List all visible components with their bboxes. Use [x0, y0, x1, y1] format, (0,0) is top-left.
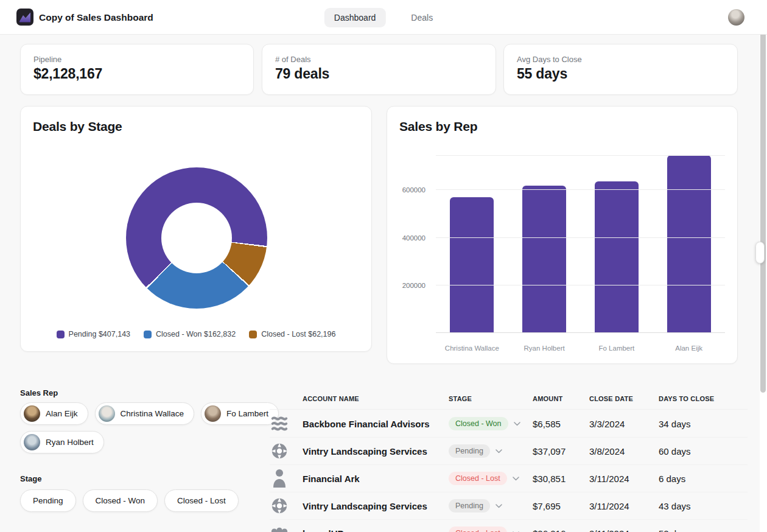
- legend-label: Closed - Won $162,832: [156, 330, 236, 338]
- bar-ryan-holbert[interactable]: [522, 186, 566, 332]
- x-tick-label: Fo Lambert: [581, 345, 653, 352]
- rep-chip-label: Fo Lambert: [226, 409, 268, 418]
- deal-amount: $7,695: [533, 501, 561, 511]
- legend-item: Pending $407,143: [57, 330, 130, 338]
- table-row[interactable]: Financial Ark Closed - Lost $30,851 3/11…: [270, 465, 748, 492]
- days-to-close: 34 days: [659, 419, 691, 429]
- stat-card-pipeline: Pipeline $2,128,167: [20, 44, 254, 95]
- account-name: berrydUP: [303, 528, 344, 532]
- legend-label: Pending $407,143: [69, 330, 130, 338]
- table-row[interactable]: Vintry Landscaping Services Pending $7,6…: [270, 492, 748, 520]
- stat-label: Pipeline: [33, 55, 253, 64]
- legend-swatch-icon: [249, 331, 257, 338]
- rep-chip-label: Christina Wallace: [121, 409, 184, 418]
- rep-chip-label: Alan Eijk: [46, 409, 78, 418]
- legend-label: Closed - Lost $62,196: [261, 330, 335, 338]
- sales-rep-filter-group: Alan EijkChristina WallaceFo LambertRyan…: [20, 402, 282, 453]
- scroll-resize-handle[interactable]: [755, 242, 765, 264]
- col-header-account-name: ACCOUNT NAME: [303, 395, 359, 402]
- chevron-down-icon: [513, 477, 519, 481]
- legend-item: Closed - Won $162,832: [144, 330, 236, 338]
- stage-badge: Closed - Lost: [449, 472, 507, 485]
- stage-select[interactable]: Pending: [449, 499, 502, 513]
- chart-title: Deals by Stage: [33, 119, 122, 134]
- bar-fo-lambert[interactable]: [595, 181, 639, 332]
- table-body: Backbone Financial Advisors Closed - Won…: [270, 410, 748, 532]
- stage-badge: Pending: [449, 499, 490, 513]
- sales-rep-chip-ryan[interactable]: Ryan Holbert: [20, 431, 104, 453]
- close-date: 3/11/2024: [589, 528, 629, 532]
- donut-chart[interactable]: [126, 167, 267, 309]
- emblem-logo: [270, 441, 289, 461]
- stage-badge: Pending: [449, 444, 490, 458]
- page-title: Copy of Sales Dashboard: [39, 0, 153, 35]
- stage-select[interactable]: Pending: [449, 444, 502, 458]
- deal-amount: $30,851: [533, 474, 566, 484]
- y-tick-label: 400000: [388, 234, 426, 242]
- table-header-row: ACCOUNT NAME STAGE AMOUNT CLOSE DATE DAY…: [270, 390, 748, 410]
- rep-avatar: [205, 405, 221, 422]
- tab-bar: Dashboard Deals: [324, 8, 443, 27]
- dashboard-page: Copy of Sales Dashboard Dashboard Deals …: [0, 0, 767, 532]
- days-to-close: 52 days: [659, 528, 691, 532]
- sales-rep-chip-christina[interactable]: Christina Wallace: [95, 402, 195, 425]
- waves-logo: [270, 414, 289, 433]
- stat-value: 79 deals: [275, 66, 496, 82]
- bar-christina-wallace[interactable]: [450, 197, 494, 332]
- tab-deals[interactable]: Deals: [401, 8, 443, 27]
- stat-label: # of Deals: [275, 55, 496, 64]
- bar-alan-eijk[interactable]: [667, 155, 711, 332]
- account-name: Financial Ark: [303, 474, 360, 484]
- col-header-days-to-close: DAYS TO CLOSE: [659, 395, 714, 402]
- tab-dashboard[interactable]: Dashboard: [324, 8, 386, 27]
- app-header: Copy of Sales Dashboard Dashboard Deals: [0, 0, 767, 35]
- stage-filter-label: Stage: [20, 474, 41, 483]
- stage-select[interactable]: Closed - Lost: [449, 472, 519, 485]
- legend-item: Closed - Lost $62,196: [249, 330, 335, 338]
- bar-chart-plot: [436, 156, 725, 333]
- sales-by-rep-card: Sales by Rep 200000400000600000 Christin…: [387, 106, 738, 364]
- sales-rep-chip-alan[interactable]: Alan Eijk: [20, 402, 88, 425]
- stage-badge: Closed - Lost: [449, 527, 507, 532]
- stage-chip-closed-won[interactable]: Closed - Won: [83, 489, 158, 512]
- deal-amount: $6,585: [533, 419, 561, 429]
- table-row[interactable]: berrydUP Closed - Lost $36,316 3/11/2024…: [270, 520, 748, 532]
- col-header-stage: STAGE: [449, 395, 472, 402]
- deals-table: ACCOUNT NAME STAGE AMOUNT CLOSE DATE DAY…: [270, 390, 748, 532]
- gridline: [436, 285, 725, 285]
- gridline: [436, 237, 725, 238]
- chart-title: Sales by Rep: [399, 119, 477, 134]
- deal-amount: $37,097: [533, 446, 566, 457]
- bar-series: [436, 156, 725, 332]
- close-date: 3/8/2024: [589, 446, 625, 457]
- table-row[interactable]: Vintry Landscaping Services Pending $37,…: [270, 438, 748, 465]
- stage-chip-closed-lost[interactable]: Closed - Lost: [164, 489, 239, 512]
- col-header-amount: AMOUNT: [533, 395, 562, 402]
- scrollbar-thumb[interactable]: [760, 27, 766, 393]
- user-avatar[interactable]: [728, 9, 744, 26]
- stage-select[interactable]: Closed - Lost: [449, 527, 519, 532]
- y-tick-label: 200000: [388, 282, 426, 289]
- rep-avatar: [24, 405, 40, 422]
- stage-chip-pending[interactable]: Pending: [20, 489, 76, 512]
- close-date: 3/11/2024: [589, 501, 629, 511]
- stat-card-avg-days: Avg Days to Close 55 days: [503, 44, 738, 95]
- chevron-down-icon: [496, 504, 502, 508]
- days-to-close: 6 days: [659, 474, 685, 484]
- stage-select[interactable]: Closed - Won: [449, 417, 520, 430]
- chevron-down-icon: [514, 422, 520, 426]
- stat-card-deal-count: # of Deals 79 deals: [262, 44, 496, 95]
- table-row[interactable]: Backbone Financial Advisors Closed - Won…: [270, 410, 748, 438]
- x-tick-label: Alan Eijk: [653, 345, 725, 352]
- x-tick-label: Christina Wallace: [436, 345, 508, 352]
- app-logo-icon: [16, 9, 33, 26]
- legend-swatch-icon: [57, 331, 65, 338]
- x-axis-labels: Christina WallaceRyan HolbertFo LambertA…: [436, 345, 725, 352]
- deal-amount: $36,316: [533, 528, 566, 532]
- chevron-down-icon: [496, 449, 502, 453]
- sales-rep-filter-label: Sales Rep: [20, 388, 58, 397]
- sales-rep-chip-fo[interactable]: Fo Lambert: [201, 402, 279, 425]
- account-name: Backbone Financial Advisors: [303, 419, 430, 429]
- stat-label: Avg Days to Close: [517, 55, 737, 64]
- close-date: 3/11/2024: [589, 474, 629, 484]
